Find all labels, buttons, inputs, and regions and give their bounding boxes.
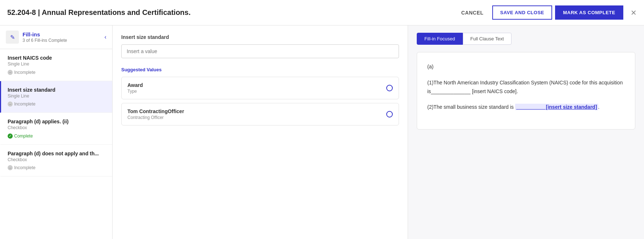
sidebar-subtitle: 3 of 6 Fill-ins Complete — [23, 38, 67, 43]
suggestion-co-radio[interactable] — [386, 111, 393, 117]
suggestion-award-sub: Type — [127, 89, 143, 94]
fillins-icon: ✎ — [6, 31, 19, 44]
close-button[interactable]: ✕ — [631, 8, 637, 17]
sidebar-collapse-button[interactable]: ‹ — [105, 34, 106, 40]
clause-line1: (1)The North American Industry Classific… — [427, 79, 625, 96]
suggested-values-label: Suggested Values — [121, 67, 399, 72]
sidebar-item-size-status: – Incomplete — [8, 101, 36, 107]
clause-line2-prefix: (2)The small business size standard is — [427, 104, 514, 110]
sidebar-item-para-d-applies[interactable]: Paragraph (d) applies. (ii) Checkbox ✓ C… — [0, 113, 112, 145]
section-label: Insert size standard — [121, 34, 399, 40]
sidebar-item-naics-title: Insert NAICS code — [8, 55, 106, 61]
suggestion-co-sub: Contracting Officer — [127, 115, 184, 120]
sidebar-item-naics[interactable]: Insert NAICS code Single Line – Incomple… — [0, 49, 112, 81]
sidebar-title: Fill-ins — [23, 31, 67, 37]
middle-panel: Insert size standard Suggested Values Aw… — [113, 25, 408, 239]
suggestion-award-radio[interactable] — [386, 85, 393, 91]
page-title: 52.204-8 | Annual Representations and Ce… — [7, 8, 191, 17]
cancel-button[interactable]: CANCEL — [456, 7, 489, 19]
suggestion-award[interactable]: Award Type — [121, 77, 399, 99]
tab-fillin-focused[interactable]: Fill-in Focused — [417, 33, 463, 45]
sidebar-item-para-d-status: ✓ Complete — [8, 134, 33, 139]
suggestion-award-name: Award — [127, 82, 143, 88]
mark-as-complete-button[interactable]: MARK AS COMPLETE — [555, 5, 623, 20]
collapse-icon: ‹ — [105, 34, 106, 40]
clause-line1-text: (1)The North American Industry Classific… — [427, 80, 623, 94]
sidebar-item-para-d-notapply-title: Paragraph (d) does not apply and th... — [8, 151, 106, 156]
right-panel: Fill-in Focused Full Clause Text (a) (1)… — [408, 25, 644, 239]
sidebar-item-naics-type: Single Line — [8, 61, 106, 67]
app-header: 52.204-8 | Annual Representations and Ce… — [0, 0, 644, 25]
sidebar-header-text: Fill-ins 3 of 6 Fill-ins Complete — [23, 31, 67, 43]
sidebar: ✎ Fill-ins 3 of 6 Fill-ins Complete ‹ In… — [0, 25, 113, 239]
sidebar-item-para-d-type: Checkbox — [8, 125, 106, 130]
sidebar-item-size-standard[interactable]: Insert size standard Single Line – Incom… — [0, 81, 112, 113]
sidebar-header-left: ✎ Fill-ins 3 of 6 Fill-ins Complete — [6, 31, 67, 44]
status-dot-complete: ✓ — [8, 134, 13, 139]
size-standard-highlight-field[interactable]: __________ [insert size standard] — [515, 104, 598, 110]
sidebar-item-para-d-notapply-status: – Incomplete — [8, 165, 36, 170]
status-dot-size-incomplete: – — [8, 101, 13, 107]
save-and-close-button[interactable]: SAVE AND CLOSE — [492, 5, 552, 20]
clause-line2: (2)The small business size standard is _… — [427, 103, 625, 112]
view-toggle: Fill-in Focused Full Clause Text — [417, 33, 635, 45]
main-layout: ✎ Fill-ins 3 of 6 Fill-ins Complete ‹ In… — [0, 25, 644, 239]
tab-full-clause[interactable]: Full Clause Text — [463, 33, 511, 45]
suggestion-co-text: Tom ContractingOfficer Contracting Offic… — [127, 108, 184, 120]
suggestion-contracting-officer[interactable]: Tom ContractingOfficer Contracting Offic… — [121, 103, 399, 126]
close-icon: ✕ — [631, 9, 637, 17]
clause-line2-suffix: . — [598, 104, 600, 110]
header-actions: CANCEL SAVE AND CLOSE MARK AS COMPLETE ✕ — [456, 5, 637, 20]
sidebar-item-size-title: Insert size standard — [8, 87, 106, 93]
sidebar-item-para-d-notapply-type: Checkbox — [8, 157, 106, 162]
sidebar-item-size-type: Single Line — [8, 93, 106, 99]
sidebar-item-para-d-notapply[interactable]: Paragraph (d) does not apply and th... C… — [0, 145, 112, 177]
suggestion-co-name: Tom ContractingOfficer — [127, 108, 184, 114]
sidebar-header: ✎ Fill-ins 3 of 6 Fill-ins Complete ‹ — [0, 25, 112, 49]
para-a-text: (a) — [427, 64, 433, 69]
sidebar-item-para-d-title: Paragraph (d) applies. (ii) — [8, 119, 106, 124]
clause-box: (a) (1)The North American Industry Class… — [417, 52, 635, 130]
status-dot-notapply-incomplete: – — [8, 165, 13, 170]
suggestion-award-text: Award Type — [127, 82, 143, 94]
sidebar-item-naics-status: – Incomplete — [8, 70, 36, 75]
size-standard-input[interactable] — [121, 44, 399, 58]
fillins-icon-glyph: ✎ — [10, 34, 15, 41]
clause-para-a-label: (a) — [427, 63, 625, 71]
status-dot-incomplete: – — [8, 70, 13, 75]
